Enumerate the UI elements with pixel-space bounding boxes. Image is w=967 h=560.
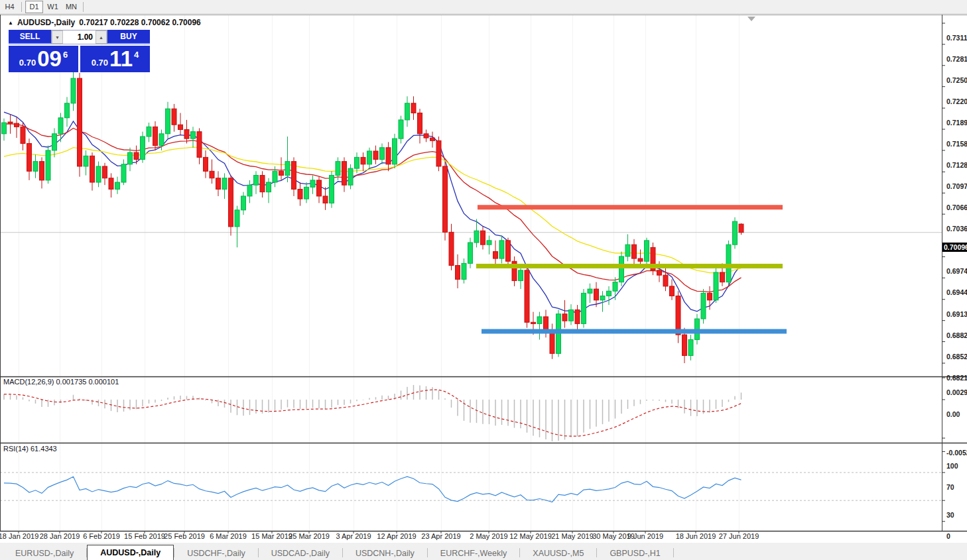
volume-increase-icon[interactable]: ▲ — [96, 30, 107, 44]
date-axis-label: 23 Apr 2019 — [421, 532, 460, 540]
candle-body — [159, 134, 164, 146]
candle-body — [285, 162, 290, 176]
candle-body — [714, 272, 718, 300]
price-scale-label: 0.68520 — [946, 353, 967, 361]
candle-body — [733, 221, 738, 245]
candle-body — [197, 132, 202, 158]
candle-body — [418, 113, 422, 133]
date-axis-label: 15 Feb 2019 — [124, 532, 165, 540]
candle-body — [8, 122, 13, 123]
symbol-tab-usdcad[interactable]: USDCAD-,Daily — [259, 546, 342, 560]
sell-price-big: 09 — [37, 47, 62, 71]
buy-button[interactable]: BUY — [107, 30, 150, 44]
candle-body — [323, 196, 328, 203]
candle-body — [21, 127, 25, 143]
date-axis-label: 25 Feb 2019 — [164, 532, 205, 540]
symbol-tab-audusd[interactable]: AUDUSD-,Daily — [87, 545, 174, 560]
price-scale-label: 0.71585 — [946, 140, 967, 148]
symbol-tab-eurchf[interactable]: EURCHF-,Weekly — [428, 546, 519, 560]
candle-body — [121, 164, 126, 182]
date-axis-label: 25 Mar 2019 — [289, 532, 330, 540]
date-axis-label: 15 Mar 2019 — [251, 532, 292, 540]
sell-price-box[interactable]: 0.70 09 6 — [9, 46, 78, 72]
buy-price-sup: 4 — [134, 50, 139, 60]
timeframe-button-d1[interactable]: D1 — [25, 1, 43, 13]
candle-body — [330, 176, 334, 203]
chart-shift-marker-icon[interactable] — [747, 17, 755, 21]
symbol-tab-usdchf[interactable]: USDCHF-,Daily — [174, 546, 258, 560]
candle-body — [487, 241, 491, 245]
date-axis-label: 3 Apr 2019 — [336, 532, 371, 540]
candle-body — [411, 103, 416, 113]
chart-window: ▲ AUDUSD-,Daily 0.70217 0.70228 0.70062 … — [0, 15, 967, 543]
candle-body — [279, 171, 284, 175]
candle-body — [645, 241, 649, 261]
candle-body — [613, 282, 617, 292]
candle-body — [109, 178, 113, 190]
symbol-tab-eurusd[interactable]: EURUSD-,Daily — [3, 546, 86, 560]
candle-body — [222, 178, 227, 190]
candle-body — [355, 157, 359, 168]
timeframe-button-mn[interactable]: MN — [62, 1, 80, 13]
symbol-tab-xauusd[interactable]: XAUUSD-,M5 — [520, 546, 596, 560]
buy-price-box[interactable]: 0.70 11 4 — [80, 46, 150, 72]
candle-body — [670, 286, 675, 296]
price-scale-label: 0.72200 — [946, 97, 967, 105]
collapse-panel-icon[interactable]: ▲ — [8, 20, 13, 26]
candle-body — [682, 335, 687, 355]
candle-body — [449, 232, 454, 265]
timeframe-button-h4[interactable]: H4 — [1, 1, 19, 13]
candle-body — [191, 132, 196, 139]
symbol-tab-usdcnh[interactable]: USDCNH-,Daily — [343, 546, 427, 560]
candle-body — [506, 241, 511, 261]
candle-body — [336, 162, 340, 176]
volume-stepper: ▼ 1.00 ▲ — [51, 30, 107, 44]
date-axis-label: 12 Apr 2019 — [377, 532, 416, 540]
date-axis-label: 2 May 2019 — [470, 532, 507, 540]
price-scale-label: 0.69440 — [946, 288, 967, 296]
candle-body — [115, 182, 120, 189]
rsi-scale-label: 0 — [946, 532, 950, 540]
volume-decrease-icon[interactable]: ▼ — [52, 30, 63, 44]
candle-body — [103, 166, 107, 178]
chart-canvas[interactable] — [0, 15, 967, 543]
symbol-tab-gbpusd[interactable]: GBPUSD-,H1 — [597, 546, 673, 560]
price-scale-label: 0.70360 — [946, 225, 967, 233]
candle-body — [739, 224, 743, 233]
candle-body — [267, 182, 271, 192]
volume-input[interactable]: 1.00 — [63, 30, 96, 44]
candle-body — [430, 138, 435, 140]
macd-scale-label: -0.00525 — [946, 449, 967, 457]
tab-separator — [673, 548, 674, 557]
price-scale-label: 0.72810 — [946, 55, 967, 63]
ma-slow-yellow — [4, 147, 741, 273]
candle-body — [210, 171, 214, 178]
candle-body — [701, 293, 706, 319]
candle-body — [436, 140, 441, 166]
candle-body — [153, 127, 158, 145]
candle-body — [52, 134, 57, 150]
buy-price-prefix: 0.70 — [92, 58, 108, 68]
candle-body — [550, 333, 554, 353]
candle-body — [33, 162, 38, 172]
candle-body — [531, 322, 536, 323]
candle-body — [27, 143, 32, 171]
date-axis-label: 28 Jan 2019 — [40, 532, 80, 540]
candle-body — [594, 289, 599, 300]
sell-button[interactable]: SELL — [9, 30, 51, 44]
candle-body — [348, 168, 353, 185]
rsi-line — [4, 476, 741, 502]
candle-body — [141, 137, 145, 160]
timeframe-button-w1[interactable]: W1 — [44, 1, 62, 13]
candle-body — [380, 148, 385, 160]
candle-body — [304, 187, 309, 199]
candle-body — [254, 176, 259, 186]
date-axis-label: 18 Jan 2019 — [0, 532, 38, 540]
candle-body — [525, 270, 529, 322]
candle-body — [184, 130, 189, 139]
candle-body — [241, 196, 246, 210]
candle-body — [619, 256, 624, 282]
toolbar-separator — [21, 2, 22, 12]
candle-body — [625, 245, 630, 256]
candle-body — [720, 272, 725, 282]
